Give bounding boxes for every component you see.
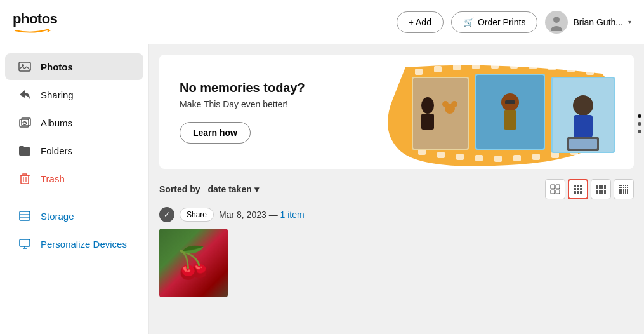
- content-area: No memories today? Make This Day even be…: [149, 44, 644, 334]
- memory-text-section: No memories today? Make This Day even be…: [159, 65, 367, 159]
- svg-rect-84: [601, 192, 603, 194]
- svg-rect-89: [625, 185, 626, 186]
- svg-rect-35: [513, 155, 521, 161]
- svg-rect-85: [604, 192, 606, 194]
- svg-point-2: [553, 17, 560, 23]
- svg-rect-108: [623, 192, 624, 194]
- svg-rect-28: [567, 66, 575, 72]
- add-button[interactable]: + Add: [397, 11, 444, 33]
- view-mode-3-button[interactable]: [591, 179, 611, 199]
- view-mode-4-button[interactable]: [614, 179, 634, 199]
- svg-rect-68: [577, 191, 579, 194]
- select-all-button[interactable]: ✓: [159, 207, 174, 222]
- svg-rect-49: [504, 110, 516, 130]
- sidebar-item-folders-label: Folders: [41, 145, 72, 156]
- svg-rect-36: [532, 154, 540, 160]
- date-group: ✓ Share Mar 8, 2023 — 1 item: [159, 207, 634, 297]
- svg-rect-83: [599, 192, 601, 194]
- grid-small-icon: [596, 184, 606, 194]
- svg-rect-9: [21, 175, 29, 184]
- svg-rect-88: [623, 185, 624, 186]
- date-value: Mar 8, 2023: [219, 210, 266, 220]
- sidebar-item-photos[interactable]: Photos: [5, 53, 143, 80]
- svg-rect-63: [580, 185, 582, 187]
- memory-title: No memories today?: [180, 81, 347, 95]
- svg-rect-81: [604, 190, 606, 192]
- sidebar-item-trash[interactable]: Trash: [5, 165, 143, 192]
- share-button[interactable]: Share: [180, 208, 214, 222]
- svg-rect-71: [599, 185, 601, 187]
- svg-rect-79: [599, 190, 601, 192]
- date-label: Mar 8, 2023 — 1 item: [219, 210, 305, 220]
- svg-rect-20: [415, 69, 423, 75]
- date-header: ✓ Share Mar 8, 2023 — 1 item: [159, 207, 634, 222]
- grid-large-icon: [550, 184, 560, 194]
- svg-rect-76: [601, 187, 603, 189]
- scroll-indicator: [638, 122, 641, 126]
- svg-rect-96: [619, 189, 621, 190]
- learn-how-button[interactable]: Learn how: [180, 122, 251, 144]
- sidebar-item-storage[interactable]: Storage: [5, 203, 143, 229]
- trash-icon: [18, 171, 32, 185]
- film-strip-illustration: [367, 55, 634, 169]
- svg-rect-80: [601, 190, 603, 192]
- svg-rect-60: [556, 190, 560, 194]
- scroll-indicator: [638, 114, 641, 118]
- order-label: Order Prints: [478, 17, 525, 27]
- svg-rect-22: [453, 64, 461, 70]
- avatar: [545, 11, 568, 34]
- svg-rect-100: [627, 189, 628, 190]
- svg-rect-107: [621, 192, 622, 194]
- view-options: [545, 179, 634, 199]
- header-actions: + Add 🛒 Order Prints Brian Guth... ▾: [397, 11, 631, 34]
- svg-rect-109: [625, 192, 626, 194]
- svg-rect-77: [604, 187, 606, 189]
- svg-rect-82: [596, 192, 598, 194]
- memory-subtitle: Make This Day even better!: [180, 99, 347, 109]
- folders-icon: [18, 144, 32, 157]
- svg-rect-32: [456, 154, 464, 160]
- svg-rect-62: [577, 185, 579, 187]
- svg-point-5: [22, 64, 24, 67]
- memory-banner: No memories today? Make This Day even be…: [159, 55, 634, 169]
- svg-rect-69: [580, 191, 582, 194]
- svg-rect-29: [586, 69, 594, 75]
- view-mode-1-button[interactable]: [545, 179, 565, 199]
- user-name: Brian Guth...: [573, 17, 623, 27]
- svg-rect-92: [621, 187, 622, 188]
- view-mode-2-button[interactable]: [568, 179, 588, 199]
- svg-rect-78: [596, 190, 598, 192]
- svg-rect-57: [551, 185, 555, 189]
- svg-rect-34: [494, 156, 502, 162]
- svg-rect-103: [623, 190, 624, 192]
- svg-point-53: [573, 95, 593, 116]
- order-prints-button[interactable]: 🛒 Order Prints: [451, 11, 537, 33]
- svg-rect-27: [548, 64, 556, 70]
- sidebar: Photos Sharing Albums Folders Trash: [0, 44, 149, 334]
- sidebar-item-folders[interactable]: Folders: [5, 137, 143, 164]
- sidebar-item-albums[interactable]: Albums: [5, 109, 143, 136]
- svg-point-41: [421, 97, 434, 114]
- logo-arrow-icon: [13, 27, 51, 34]
- scrollbar[interactable]: [638, 114, 641, 133]
- svg-rect-40: [413, 78, 468, 149]
- svg-rect-90: [627, 185, 628, 186]
- svg-rect-75: [599, 187, 601, 189]
- sidebar-item-sharing-label: Sharing: [41, 90, 74, 100]
- sidebar-item-sharing[interactable]: Sharing: [5, 81, 143, 108]
- logo[interactable]: photos: [13, 11, 57, 34]
- user-menu[interactable]: Brian Guth... ▾: [545, 11, 631, 34]
- svg-rect-105: [627, 190, 628, 192]
- photo-item[interactable]: [159, 229, 228, 297]
- sort-selector[interactable]: Sorted by date taken ▾: [159, 184, 259, 194]
- svg-rect-66: [580, 188, 582, 190]
- sharing-icon: [18, 88, 32, 102]
- sidebar-item-personalize[interactable]: Personalize Devices: [5, 230, 143, 257]
- svg-rect-21: [434, 66, 442, 72]
- svg-marker-0: [48, 29, 51, 32]
- svg-rect-93: [623, 187, 624, 188]
- sidebar-divider: [13, 197, 136, 197]
- sidebar-item-photos-label: Photos: [41, 62, 73, 72]
- sidebar-item-personalize-label: Personalize Devices: [41, 239, 127, 250]
- svg-rect-61: [574, 185, 576, 187]
